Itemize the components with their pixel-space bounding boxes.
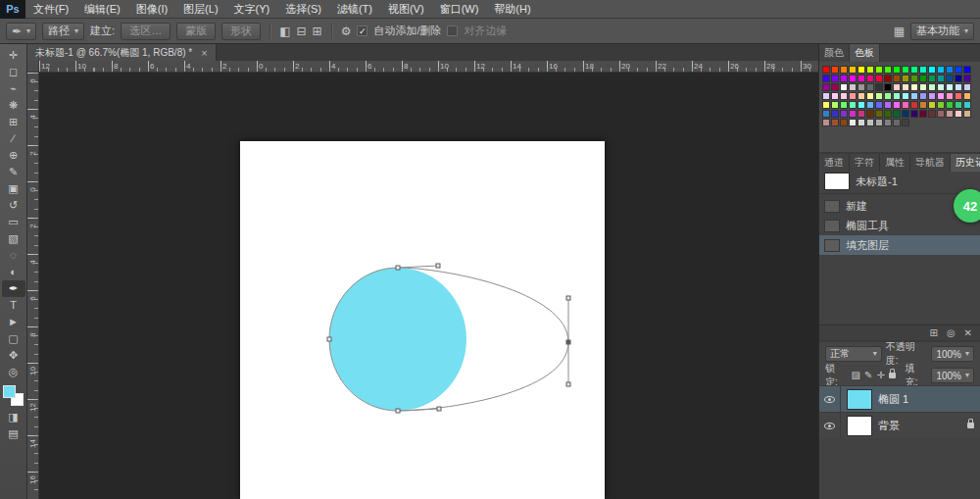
quick-selection-tool[interactable]: ❋ bbox=[2, 97, 25, 114]
path-operations-icon[interactable]: ◧ bbox=[279, 25, 290, 37]
auto-add-delete-checkbox[interactable]: ✓ bbox=[357, 25, 368, 36]
gear-icon[interactable]: ⚙ bbox=[341, 25, 352, 37]
zoom-tool[interactable]: ◎ bbox=[2, 364, 25, 380]
menu-item[interactable]: 帮助(H) bbox=[486, 2, 538, 17]
clone-stamp-tool[interactable]: ▣ bbox=[2, 180, 25, 197]
anchor-point-top[interactable] bbox=[396, 266, 400, 270]
canvas-area[interactable] bbox=[39, 73, 818, 499]
color-swatch[interactable] bbox=[893, 110, 901, 118]
eye-cell[interactable] bbox=[819, 413, 841, 438]
color-swatch[interactable] bbox=[919, 66, 927, 74]
history-step-row[interactable]: 填充图层 bbox=[819, 235, 980, 255]
color-swatch[interactable] bbox=[893, 92, 901, 100]
menu-item[interactable]: 图层(L) bbox=[175, 2, 225, 17]
make-mask-button[interactable]: 蒙版 bbox=[176, 23, 216, 40]
color-swatch[interactable] bbox=[849, 75, 857, 82]
menu-item[interactable]: 图像(I) bbox=[128, 2, 175, 17]
delete-state-icon[interactable]: ✕ bbox=[964, 327, 972, 338]
color-swatch[interactable] bbox=[902, 110, 909, 118]
color-swatch[interactable] bbox=[884, 75, 892, 82]
color-swatch[interactable] bbox=[875, 119, 883, 126]
color-swatch[interactable] bbox=[902, 92, 909, 100]
color-swatch[interactable] bbox=[831, 83, 839, 91]
color-swatch[interactable] bbox=[875, 83, 883, 91]
color-swatch[interactable] bbox=[822, 119, 830, 126]
color-swatch[interactable] bbox=[902, 101, 909, 109]
color-swatch[interactable] bbox=[866, 92, 874, 100]
color-swatch[interactable] bbox=[955, 66, 962, 74]
color-swatch[interactable] bbox=[822, 101, 830, 109]
color-swatch[interactable] bbox=[946, 110, 954, 118]
hand-tool[interactable]: ✥ bbox=[2, 347, 25, 364]
blend-mode-dropdown[interactable]: 正常 ▾ bbox=[825, 346, 882, 362]
lock-transparent-pixels-icon[interactable]: ▨ bbox=[852, 371, 860, 380]
color-swatch[interactable] bbox=[946, 75, 954, 82]
healing-brush-tool[interactable]: ⊕ bbox=[2, 147, 25, 164]
color-swatch[interactable] bbox=[946, 66, 954, 74]
color-swatch[interactable] bbox=[831, 119, 839, 126]
color-swatch[interactable] bbox=[849, 119, 857, 126]
color-swatch[interactable] bbox=[946, 92, 954, 100]
color-swatch[interactable] bbox=[902, 66, 909, 74]
color-swatch[interactable] bbox=[937, 66, 945, 74]
panel-tab[interactable]: 通道 bbox=[819, 154, 850, 172]
color-swatch[interactable] bbox=[831, 101, 839, 109]
color-swatch[interactable] bbox=[955, 101, 962, 109]
menu-item[interactable]: 滤镜(T) bbox=[329, 2, 380, 17]
new-document-from-state-icon[interactable]: ⊞ bbox=[929, 327, 937, 338]
path-selection-tool[interactable]: ► bbox=[2, 314, 25, 330]
layer-row[interactable]: 椭圆 1 bbox=[819, 385, 980, 412]
vertical-ruler[interactable]: 6420246810121416 bbox=[27, 73, 39, 499]
color-swatch[interactable] bbox=[822, 92, 830, 100]
color-swatch[interactable] bbox=[849, 66, 857, 74]
color-swatch[interactable] bbox=[946, 101, 954, 109]
color-swatch[interactable] bbox=[919, 92, 927, 100]
horizontal-ruler[interactable]: 12108642024681012141618202224262830 bbox=[39, 61, 818, 72]
bezier-handle[interactable] bbox=[436, 264, 440, 268]
color-swatch[interactable] bbox=[928, 101, 936, 109]
color-swatch[interactable] bbox=[849, 101, 857, 109]
menu-item[interactable]: 编辑(E) bbox=[76, 2, 128, 17]
history-brush-tool[interactable]: ↺ bbox=[2, 197, 25, 214]
color-swatch[interactable] bbox=[910, 92, 918, 100]
anchor-point-bottom[interactable] bbox=[396, 409, 400, 413]
color-swatch[interactable] bbox=[937, 83, 945, 91]
panel-tab[interactable]: 色板 bbox=[850, 44, 880, 62]
menu-item[interactable]: 视图(V) bbox=[380, 2, 432, 17]
color-swatch[interactable] bbox=[919, 110, 927, 118]
color-swatch[interactable] bbox=[866, 66, 874, 74]
color-swatch[interactable] bbox=[840, 92, 848, 100]
color-swatch[interactable] bbox=[884, 119, 892, 126]
type-tool[interactable]: T bbox=[2, 297, 25, 314]
color-swatch[interactable] bbox=[919, 75, 927, 82]
color-swatch[interactable] bbox=[822, 83, 830, 91]
color-swatch[interactable] bbox=[858, 110, 865, 118]
color-swatch[interactable] bbox=[902, 75, 909, 82]
color-swatch[interactable] bbox=[840, 66, 848, 74]
color-swatch[interactable] bbox=[831, 66, 839, 74]
color-swatch[interactable] bbox=[893, 66, 901, 74]
color-swatch[interactable] bbox=[866, 101, 874, 109]
color-swatch[interactable] bbox=[858, 92, 865, 100]
color-swatch[interactable] bbox=[875, 66, 883, 74]
color-swatch[interactable] bbox=[840, 119, 848, 126]
color-swatch[interactable] bbox=[822, 75, 830, 82]
bezier-handle[interactable] bbox=[566, 296, 570, 300]
color-swatch[interactable] bbox=[875, 110, 883, 118]
bezier-handle[interactable] bbox=[566, 382, 570, 386]
pen-tool[interactable]: ✒ bbox=[2, 280, 25, 297]
color-swatch[interactable] bbox=[910, 75, 918, 82]
color-swatch[interactable] bbox=[910, 66, 918, 74]
color-swatch[interactable] bbox=[910, 101, 918, 109]
color-swatch[interactable] bbox=[919, 101, 927, 109]
quick-mask-icon[interactable]: ◨ bbox=[2, 409, 25, 425]
gradient-tool[interactable]: ▧ bbox=[2, 230, 25, 247]
color-swatch[interactable] bbox=[937, 75, 945, 82]
color-swatch[interactable] bbox=[831, 75, 839, 82]
color-swatch[interactable] bbox=[849, 83, 857, 91]
color-swatch[interactable] bbox=[840, 110, 848, 118]
menu-item[interactable]: 文件(F) bbox=[25, 2, 76, 17]
eraser-tool[interactable]: ▭ bbox=[2, 214, 25, 230]
color-swatch[interactable] bbox=[955, 75, 962, 82]
document-artwork[interactable] bbox=[240, 141, 605, 499]
